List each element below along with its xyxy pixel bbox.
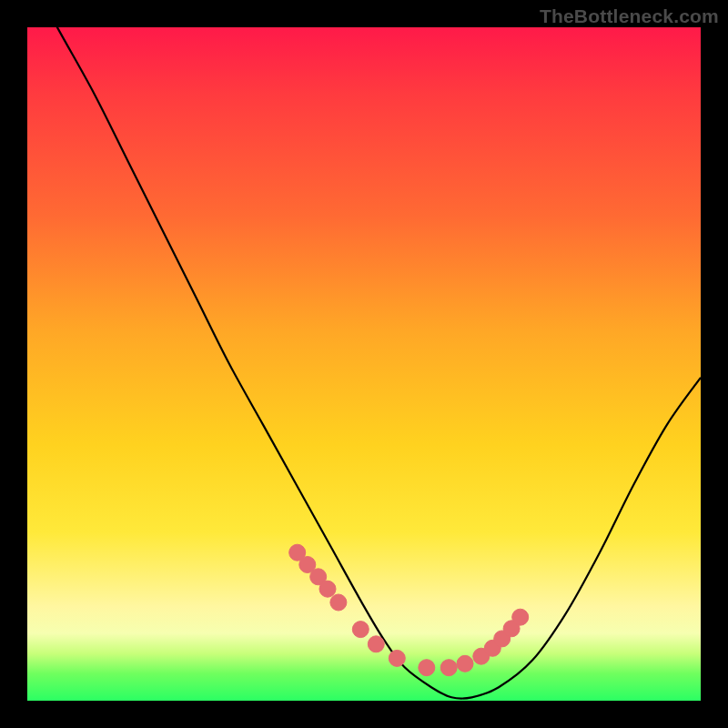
bottleneck-curve	[27, 0, 701, 699]
highlight-dot	[440, 660, 457, 676]
chart-frame: TheBottleneck.com	[0, 0, 728, 728]
highlight-dot	[368, 636, 384, 652]
watermark-text: TheBottleneck.com	[540, 5, 719, 27]
curve-svg	[27, 27, 701, 701]
plot-area	[27, 27, 701, 701]
highlight-dot	[330, 594, 347, 611]
highlight-dots	[289, 544, 529, 676]
highlight-dot	[319, 581, 336, 597]
highlight-dot	[419, 660, 435, 676]
highlight-dot	[352, 622, 369, 638]
highlight-dot	[389, 650, 405, 666]
highlight-dot	[457, 655, 473, 672]
highlight-dot	[512, 609, 529, 625]
